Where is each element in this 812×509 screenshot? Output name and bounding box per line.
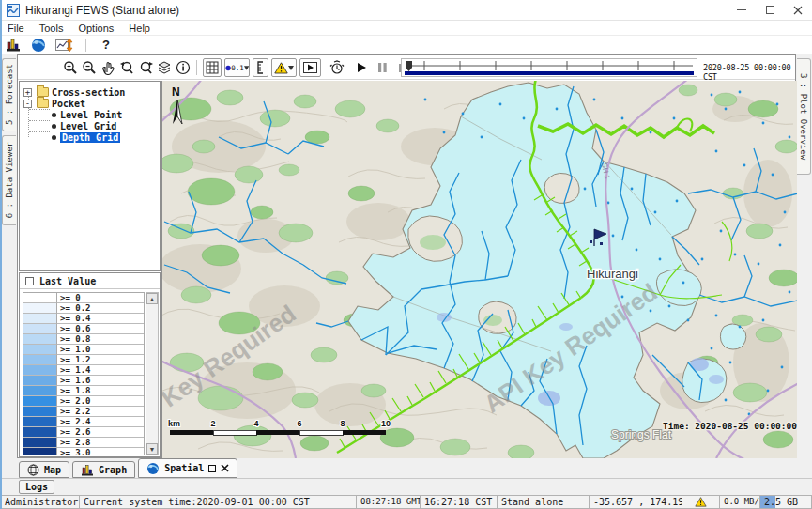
chevron-down-icon xyxy=(288,66,294,70)
pause-icon xyxy=(377,62,388,73)
close-button[interactable] xyxy=(784,0,812,20)
logs-row: Logs xyxy=(0,479,812,495)
restore-panel-icon[interactable] xyxy=(208,465,216,472)
threshold-interval-select[interactable]: 0.1 xyxy=(224,58,250,77)
toolbar-separator xyxy=(85,39,86,52)
grid-display-button[interactable] xyxy=(203,58,222,77)
legend-scrollbar[interactable]: ▲ ▼ xyxy=(146,292,159,455)
globe-icon xyxy=(146,462,160,475)
maximize-icon xyxy=(766,6,774,14)
time-slider[interactable] xyxy=(401,58,697,77)
status-gmt-time: 08:27:18 GMT xyxy=(357,495,421,509)
tab-spatial[interactable]: Spatial xyxy=(138,458,237,478)
legend-value: >= 0.4 xyxy=(57,314,144,324)
legend-row: >= 1.2 xyxy=(23,355,144,365)
menu-file[interactable]: File xyxy=(8,23,24,34)
legend-row: >= 1.8 xyxy=(23,386,144,396)
pan-button[interactable] xyxy=(99,58,117,77)
legend-row: >= 1.6 xyxy=(23,376,144,386)
window-title: Hikurangi FEWS (Stand alone) xyxy=(25,4,179,17)
zoom-next-button[interactable] xyxy=(136,58,155,77)
explorer-tree: + Cross-section - Pocket Level Point Lev… xyxy=(19,81,161,271)
legend-swatch xyxy=(23,293,57,303)
menu-tools[interactable]: Tools xyxy=(39,23,64,34)
zoom-previous-button[interactable] xyxy=(117,58,136,77)
town-label: Hikurangi xyxy=(587,267,638,281)
info-icon xyxy=(176,60,191,75)
tab-forecast[interactable]: 5 : Forecast xyxy=(2,58,16,131)
warning-triangle-icon xyxy=(274,62,288,74)
legend-panel: Last Value >= 0 >= 0.2 >= 0.4 >= 0.6 >= … xyxy=(19,272,161,457)
left-tab-strip: 5 : Forecast 6 : Data Viewer xyxy=(2,54,17,458)
tree-connector xyxy=(29,109,50,110)
warning-triangle-icon xyxy=(695,497,707,507)
map-canvas[interactable]: API Key Required API Key Required Hikura… xyxy=(162,81,797,458)
node-bullet-icon xyxy=(52,124,56,129)
legend-value: >= 2.0 xyxy=(57,396,144,407)
scroll-down-button[interactable]: ▼ xyxy=(146,443,158,455)
help-button[interactable]: ? xyxy=(99,38,114,52)
logs-button[interactable]: Logs xyxy=(19,480,54,494)
tree-item-level-point[interactable]: Level Point xyxy=(52,109,122,120)
tab-label: Spatial xyxy=(164,463,204,473)
legend-swatch xyxy=(23,355,57,365)
pause-button[interactable] xyxy=(373,58,391,77)
memory-text: 2.5 GB xyxy=(764,497,798,507)
tree-item-pocket[interactable]: - Pocket xyxy=(23,98,85,109)
layers-button[interactable] xyxy=(155,58,174,77)
legend-value: >= 0 xyxy=(57,293,144,303)
legend-row: >= 2.2 xyxy=(23,407,144,417)
tab-plot-overview[interactable]: 3 : Plot Overview xyxy=(797,58,811,175)
zoom-out-button[interactable] xyxy=(80,58,99,77)
legend-swatch xyxy=(23,438,57,448)
tab-graph[interactable]: Graph xyxy=(72,461,135,478)
legend-row: >= 0.4 xyxy=(23,314,144,324)
layers-icon xyxy=(157,60,173,75)
info-button[interactable] xyxy=(174,58,192,77)
scale-tick: 6 xyxy=(297,419,301,428)
status-system-time: Current system time:2020-09-01 00:00 CST xyxy=(80,495,357,509)
zoom-in-button[interactable] xyxy=(61,58,80,77)
globe-icon[interactable] xyxy=(31,38,46,53)
play-button[interactable] xyxy=(352,58,371,77)
scroll-up-button[interactable]: ▲ xyxy=(146,293,158,304)
legend-swatch xyxy=(23,407,57,417)
longitudinal-profile-button[interactable] xyxy=(253,58,268,77)
tab-data-viewer[interactable]: 6 : Data Viewer xyxy=(2,135,16,225)
legend-value: >= 0.2 xyxy=(57,303,144,314)
map-view[interactable]: API Key Required API Key Required Hikura… xyxy=(161,81,797,458)
status-memory: 2.5 GB xyxy=(760,495,812,509)
tab-map[interactable]: Map xyxy=(19,461,69,478)
legend-row: >= 2.8 xyxy=(23,438,144,448)
legend-row: >= 2.6 xyxy=(23,427,144,438)
expander-icon[interactable]: - xyxy=(23,100,32,108)
status-transfer-rate: 0.0 MB/s xyxy=(720,495,760,509)
legend-value: >= 1.6 xyxy=(57,376,144,386)
legend-row: >= 0.2 xyxy=(23,303,144,314)
maximize-button[interactable] xyxy=(756,0,784,20)
animation-timer-button[interactable] xyxy=(328,58,346,77)
timer-icon xyxy=(329,60,345,75)
legend-value: >= 2.8 xyxy=(57,438,144,448)
node-bullet-icon xyxy=(52,113,56,117)
menu-help[interactable]: Help xyxy=(129,23,150,34)
main-toolbar: ? xyxy=(0,36,812,54)
window-border xyxy=(0,0,2,509)
tree-item-level-grid[interactable]: Level Grid xyxy=(52,120,116,131)
database-viewer-icon[interactable] xyxy=(6,38,22,53)
animation-dialog-button[interactable] xyxy=(299,58,321,77)
last-value-checkbox[interactable] xyxy=(25,277,34,285)
legend-swatch xyxy=(23,334,57,345)
expander-icon[interactable]: + xyxy=(23,88,32,97)
menu-options[interactable]: Options xyxy=(78,23,114,34)
timeseries-display-icon[interactable] xyxy=(55,38,73,53)
toolbar-separator xyxy=(196,60,197,75)
thresholds-warning-button[interactable] xyxy=(271,58,297,77)
tree-item-depth-grid[interactable]: Depth Grid xyxy=(52,131,120,143)
close-panel-icon[interactable] xyxy=(221,464,229,472)
minimize-button[interactable] xyxy=(728,0,756,20)
legend-row: >= 0.6 xyxy=(23,324,144,334)
time-slider-thumb[interactable] xyxy=(406,61,412,71)
legend-swatch xyxy=(23,386,57,396)
status-warning[interactable] xyxy=(682,495,720,509)
